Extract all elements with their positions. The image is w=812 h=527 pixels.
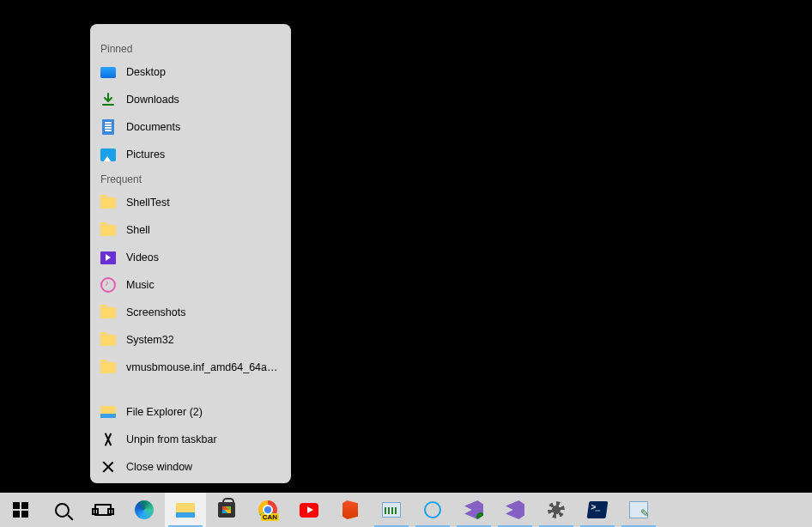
pinned-item-desktop[interactable]: Desktop: [90, 58, 291, 86]
pinned-section-label: Pinned: [90, 38, 291, 55]
task-label: Close window: [126, 461, 281, 473]
pinned-item-documents[interactable]: Documents: [90, 113, 291, 141]
youtube-button[interactable]: [288, 493, 330, 527]
start-button[interactable]: [0, 493, 41, 527]
file-explorer-icon: [100, 404, 116, 420]
search-icon: [52, 500, 71, 519]
xaml-icon: [629, 500, 648, 519]
youtube-icon: [300, 500, 318, 519]
music-icon: [100, 277, 116, 293]
frequent-item-label: Videos: [126, 251, 281, 264]
folder-icon: [100, 305, 116, 320]
taskbar: CAN: [0, 493, 812, 527]
frequent-item-screenshots[interactable]: Screenshots: [90, 299, 291, 326]
chrome-canary-button[interactable]: CAN: [247, 493, 288, 527]
folder-icon: [100, 195, 116, 210]
frequent-item-shell[interactable]: Shell: [90, 216, 291, 244]
office-icon: [341, 500, 360, 519]
frequent-item-music[interactable]: Music: [90, 271, 291, 299]
taskview-icon: [94, 500, 112, 519]
settings-button[interactable]: [536, 493, 577, 527]
search-button[interactable]: [41, 493, 82, 527]
frequent-item-shelltest[interactable]: ShellTest: [90, 189, 291, 216]
edge-icon: [135, 500, 154, 519]
frequent-section-label: Frequent: [90, 168, 291, 185]
powershell-icon: [588, 500, 607, 519]
office-button[interactable]: [330, 493, 371, 527]
pinned-item-label: Documents: [126, 121, 281, 133]
frequent-item-label: ShellTest: [126, 197, 281, 209]
vsblend-icon: [464, 500, 483, 519]
task-unpin-from-taskbar[interactable]: Unpin from taskbar: [90, 426, 291, 453]
folder-icon: [100, 222, 116, 238]
cortana-button[interactable]: [412, 493, 453, 527]
task-close-window[interactable]: Close window: [90, 453, 291, 481]
system-info-button[interactable]: [371, 493, 412, 527]
task-label: Unpin from taskbar: [126, 433, 281, 445]
pinned-item-label: Pictures: [126, 148, 281, 161]
desktop-icon: [100, 64, 116, 80]
task-label: File Explorer (2): [126, 406, 281, 418]
frequent-item-label: Screenshots: [126, 306, 281, 318]
file-explorer-jumplist: Pinned Desktop Downloads Documents Pictu…: [90, 24, 291, 483]
windows-icon: [11, 500, 30, 519]
sysinfo-icon: [382, 500, 401, 519]
document-icon: [100, 119, 116, 135]
task-view-button[interactable]: [82, 493, 124, 527]
folder-icon: [100, 360, 116, 375]
close-icon: [100, 459, 116, 475]
microsoft-store-button[interactable]: [206, 493, 247, 527]
powershell-button[interactable]: [577, 493, 618, 527]
frequent-item-label: Music: [126, 279, 281, 291]
frequent-item-label: Shell: [126, 224, 281, 236]
pinned-item-label: Downloads: [126, 94, 281, 106]
chrome-icon: CAN: [258, 500, 277, 519]
cortana-icon: [423, 500, 442, 519]
video-icon: [100, 250, 116, 265]
pinned-item-label: Desktop: [126, 66, 281, 78]
jumplist-spacer: [90, 381, 291, 398]
unpin-icon: [100, 432, 116, 447]
edge-button[interactable]: [124, 493, 165, 527]
pictures-icon: [100, 147, 116, 162]
xaml-controls-button[interactable]: [618, 493, 659, 527]
frequent-item-label: System32: [126, 334, 281, 346]
visual-studio-button[interactable]: [494, 493, 536, 527]
download-icon: [100, 92, 116, 107]
frequent-item-label: vmusbmouse.inf_amd64_64ac7a0a...: [126, 361, 281, 373]
frequent-item-videos[interactable]: Videos: [90, 244, 291, 271]
settings-icon: [547, 500, 566, 519]
explorer-icon: [176, 500, 195, 519]
folder-icon: [100, 332, 116, 348]
pinned-item-downloads[interactable]: Downloads: [90, 86, 291, 113]
vs-icon: [506, 500, 524, 519]
frequent-item-system32[interactable]: System32: [90, 326, 291, 354]
pinned-item-pictures[interactable]: Pictures: [90, 141, 291, 168]
store-icon: [217, 500, 236, 519]
frequent-item-vmusbmouse[interactable]: vmusbmouse.inf_amd64_64ac7a0a...: [90, 354, 291, 381]
file-explorer-button[interactable]: [165, 493, 206, 527]
visual-studio-blend-button[interactable]: [453, 493, 494, 527]
task-open-file-explorer[interactable]: File Explorer (2): [90, 398, 291, 426]
